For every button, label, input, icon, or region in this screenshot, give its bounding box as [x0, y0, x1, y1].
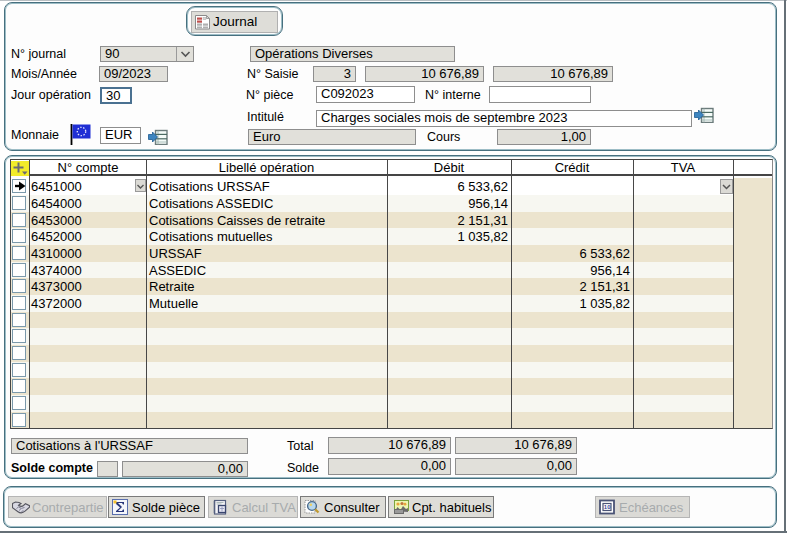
svg-text:10: 10 [604, 504, 611, 510]
